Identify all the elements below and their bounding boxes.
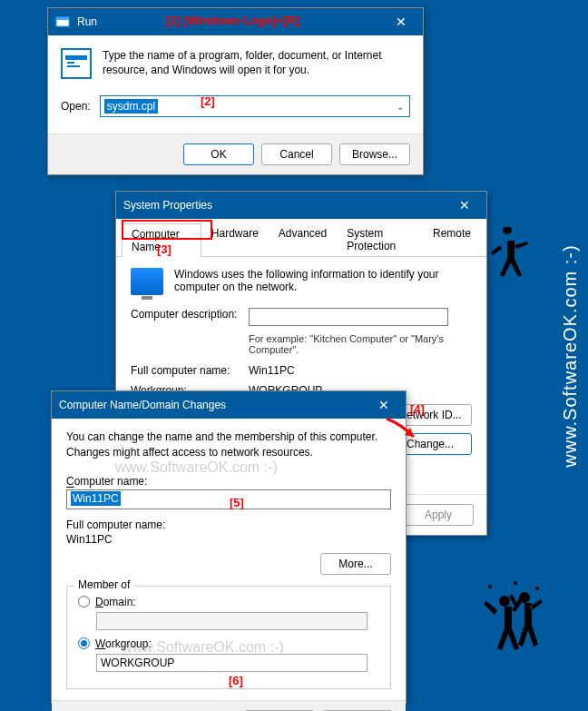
- run-icon: [55, 15, 70, 29]
- svg-point-1: [519, 592, 530, 603]
- run-description: Type the name of a program, folder, docu…: [103, 48, 410, 79]
- example-text: For example: "Kitchen Computer" or "Mary…: [249, 333, 472, 355]
- close-icon[interactable]: ✕: [366, 392, 402, 418]
- domain-input: [96, 612, 368, 630]
- fullname-label: Full computer name:: [66, 518, 391, 531]
- svg-rect-6: [56, 17, 69, 20]
- sysprop-info-text: Windows uses the following information t…: [174, 268, 472, 293]
- workgroup-radio-row[interactable]: Workgroup:: [78, 637, 379, 650]
- tab-hardware[interactable]: Hardware: [201, 222, 269, 256]
- description-input[interactable]: [249, 308, 448, 326]
- svg-point-3: [514, 581, 517, 585]
- workgroup-label: Workgroup:: [95, 637, 152, 650]
- annotation-6: [6]: [229, 674, 243, 687]
- fullname-value: Win11PC: [249, 364, 472, 377]
- watermark-side: www.SoftwareOK.com :-): [560, 244, 581, 467]
- member-of-fieldset: Member of Domain: www.SoftwareOK.com :-)…: [66, 586, 391, 689]
- run-large-icon: [61, 48, 92, 79]
- tab-advanced[interactable]: Advanced: [269, 222, 337, 256]
- open-combobox[interactable]: sysdm.cpl ⌄: [100, 95, 410, 117]
- run-titlebar: Run ✕: [48, 8, 423, 35]
- svg-rect-10: [67, 65, 80, 67]
- more-button[interactable]: More...: [320, 553, 391, 575]
- ok-button[interactable]: OK: [183, 143, 254, 165]
- workgroup-input[interactable]: [96, 654, 368, 672]
- watermark-inline: www.SoftwareOK.com :-): [115, 459, 278, 476]
- browse-button[interactable]: Browse...: [339, 143, 410, 165]
- svg-rect-9: [67, 62, 74, 64]
- close-icon[interactable]: ✕: [383, 9, 419, 35]
- open-label: Open:: [61, 100, 91, 113]
- namechange-title: Computer Name/Domain Changes: [59, 399, 366, 411]
- domain-label: Domain:: [95, 596, 136, 608]
- cancel-button[interactable]: Cancel: [261, 143, 332, 165]
- tab-remote[interactable]: Remote: [423, 222, 481, 256]
- open-value: sysdm.cpl: [104, 99, 158, 114]
- silhouette-icon: [489, 227, 538, 301]
- member-of-legend: Member of: [74, 578, 133, 591]
- tab-system-protection[interactable]: System Protection: [337, 222, 423, 256]
- description-label: Computer description:: [131, 308, 249, 326]
- svg-point-0: [499, 596, 510, 607]
- computer-name-input[interactable]: Win11PC: [66, 489, 391, 509]
- svg-point-4: [535, 587, 539, 590]
- fullname-value: Win11PC: [66, 533, 391, 546]
- sysprop-titlebar: System Properties ✕: [116, 192, 486, 219]
- apply-button[interactable]: Apply: [403, 504, 474, 526]
- chevron-down-icon[interactable]: ⌄: [397, 102, 404, 112]
- domain-radio[interactable]: [78, 596, 90, 607]
- fullname-label: Full computer name:: [131, 364, 249, 377]
- sysprop-title: System Properties: [123, 199, 446, 212]
- workgroup-radio[interactable]: [78, 637, 90, 649]
- domain-radio-row[interactable]: Domain:: [78, 596, 379, 608]
- monitor-icon: [131, 268, 163, 295]
- svg-rect-8: [65, 55, 87, 60]
- computer-name-label: Computer name:: [66, 475, 391, 488]
- tabs: Computer Name Hardware Advanced System P…: [116, 222, 486, 257]
- tab-computer-name[interactable]: Computer Name: [122, 223, 201, 257]
- name-change-dialog: Computer Name/Domain Changes ✕ You can c…: [51, 390, 407, 704]
- run-title: Run: [77, 15, 383, 28]
- close-icon[interactable]: ✕: [446, 193, 483, 218]
- silhouette-icon: [479, 581, 552, 685]
- svg-point-2: [488, 585, 492, 588]
- computer-name-value: Win11PC: [71, 491, 121, 506]
- namechange-description: You can change the name and the membersh…: [66, 430, 391, 460]
- namechange-titlebar: Computer Name/Domain Changes ✕: [52, 391, 406, 419]
- run-dialog: Run ✕ [1] [Windows-Logo]+[R] Type the na…: [47, 7, 424, 175]
